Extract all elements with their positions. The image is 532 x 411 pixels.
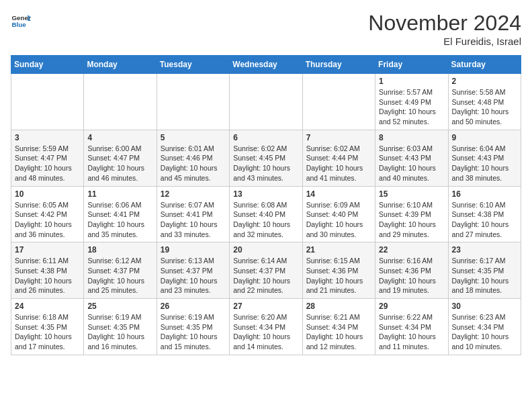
day-info: Sunrise: 6:09 AMSunset: 4:40 PMDaylight:… (306, 200, 371, 240)
day-number: 9 (452, 133, 517, 142)
calendar-day-cell: 7Sunrise: 6:02 AMSunset: 4:44 PMDaylight… (302, 130, 375, 186)
title-section: November 2024 El Fureidis, Israel (368, 11, 521, 47)
day-number: 30 (452, 302, 517, 311)
calendar-week-row: 17Sunrise: 6:11 AMSunset: 4:38 PMDayligh… (11, 242, 521, 299)
day-info: Sunrise: 6:11 AMSunset: 4:38 PMDaylight:… (15, 256, 80, 295)
calendar-day-cell: 2Sunrise: 5:58 AMSunset: 4:48 PMDaylight… (448, 74, 521, 130)
calendar-day-cell: 25Sunrise: 6:19 AMSunset: 4:35 PMDayligh… (84, 299, 157, 355)
calendar-day-cell: 10Sunrise: 6:05 AMSunset: 4:42 PMDayligh… (11, 186, 84, 242)
day-number: 22 (379, 245, 444, 255)
calendar-day-cell: 26Sunrise: 6:19 AMSunset: 4:35 PMDayligh… (157, 299, 229, 355)
calendar-day-cell (11, 74, 84, 130)
calendar-day-cell: 8Sunrise: 6:03 AMSunset: 4:43 PMDaylight… (375, 130, 448, 186)
calendar-day-cell: 11Sunrise: 6:06 AMSunset: 4:41 PMDayligh… (84, 186, 157, 242)
day-number: 10 (15, 189, 80, 199)
calendar-day-cell: 16Sunrise: 6:10 AMSunset: 4:38 PMDayligh… (448, 186, 521, 242)
day-number: 29 (379, 302, 444, 311)
calendar-day-cell: 1Sunrise: 5:57 AMSunset: 4:49 PMDaylight… (375, 74, 448, 130)
day-info: Sunrise: 6:19 AMSunset: 4:35 PMDaylight:… (87, 312, 152, 352)
page-header: General Blue November 2024 El Fureidis, … (11, 11, 521, 47)
day-info: Sunrise: 6:00 AMSunset: 4:47 PMDaylight:… (87, 144, 152, 183)
calendar-day-cell: 22Sunrise: 6:16 AMSunset: 4:36 PMDayligh… (375, 242, 448, 299)
day-number: 20 (233, 245, 298, 255)
day-info: Sunrise: 6:19 AMSunset: 4:35 PMDaylight:… (161, 312, 226, 352)
day-number: 28 (306, 302, 371, 311)
day-number: 3 (15, 133, 80, 142)
day-info: Sunrise: 6:20 AMSunset: 4:34 PMDaylight:… (233, 312, 298, 352)
day-info: Sunrise: 6:08 AMSunset: 4:40 PMDaylight:… (233, 200, 298, 240)
day-info: Sunrise: 6:23 AMSunset: 4:34 PMDaylight:… (452, 312, 517, 352)
logo: General Blue (11, 11, 31, 31)
calendar-day-cell: 6Sunrise: 6:02 AMSunset: 4:45 PMDaylight… (230, 130, 302, 186)
day-info: Sunrise: 6:07 AMSunset: 4:41 PMDaylight:… (161, 200, 226, 240)
day-number: 1 (379, 77, 444, 86)
calendar-week-row: 24Sunrise: 6:18 AMSunset: 4:35 PMDayligh… (11, 299, 521, 355)
day-info: Sunrise: 6:16 AMSunset: 4:36 PMDaylight:… (379, 256, 444, 295)
day-number: 23 (452, 245, 517, 255)
day-number: 15 (379, 189, 444, 199)
day-info: Sunrise: 6:17 AMSunset: 4:35 PMDaylight:… (452, 256, 517, 295)
calendar-day-cell (302, 74, 375, 130)
day-info: Sunrise: 6:12 AMSunset: 4:37 PMDaylight:… (87, 256, 152, 295)
day-number: 16 (452, 189, 517, 199)
month-year-title: November 2024 (368, 11, 521, 36)
weekday-header-row: SundayMondayTuesdayWednesdayThursdayFrid… (11, 56, 521, 74)
calendar-table: SundayMondayTuesdayWednesdayThursdayFrid… (11, 55, 521, 355)
calendar-week-row: 1Sunrise: 5:57 AMSunset: 4:49 PMDaylight… (11, 74, 521, 130)
day-number: 21 (306, 245, 371, 255)
day-number: 5 (161, 133, 226, 142)
day-number: 13 (233, 189, 298, 199)
day-info: Sunrise: 6:02 AMSunset: 4:45 PMDaylight:… (233, 144, 298, 183)
day-number: 2 (452, 77, 517, 86)
day-info: Sunrise: 6:14 AMSunset: 4:37 PMDaylight:… (233, 256, 298, 295)
calendar-day-cell: 20Sunrise: 6:14 AMSunset: 4:37 PMDayligh… (230, 242, 302, 299)
day-number: 8 (379, 133, 444, 142)
day-number: 14 (306, 189, 371, 199)
day-info: Sunrise: 6:01 AMSunset: 4:46 PMDaylight:… (161, 144, 226, 183)
logo-icon: General Blue (11, 11, 31, 31)
calendar-day-cell: 14Sunrise: 6:09 AMSunset: 4:40 PMDayligh… (302, 186, 375, 242)
day-number: 11 (87, 189, 152, 199)
calendar-day-cell: 28Sunrise: 6:21 AMSunset: 4:34 PMDayligh… (302, 299, 375, 355)
weekday-header: Sunday (11, 56, 84, 74)
calendar-day-cell: 29Sunrise: 6:22 AMSunset: 4:34 PMDayligh… (375, 299, 448, 355)
day-info: Sunrise: 6:13 AMSunset: 4:37 PMDaylight:… (161, 256, 226, 295)
day-info: Sunrise: 6:06 AMSunset: 4:41 PMDaylight:… (87, 200, 152, 240)
day-info: Sunrise: 5:57 AMSunset: 4:49 PMDaylight:… (379, 87, 444, 127)
location-label: El Fureidis, Israel (368, 36, 521, 47)
weekday-header: Monday (84, 56, 157, 74)
day-number: 19 (161, 245, 226, 255)
weekday-header: Thursday (302, 56, 375, 74)
calendar-day-cell: 12Sunrise: 6:07 AMSunset: 4:41 PMDayligh… (157, 186, 229, 242)
calendar-day-cell (157, 74, 229, 130)
day-info: Sunrise: 6:21 AMSunset: 4:34 PMDaylight:… (306, 312, 371, 352)
calendar-day-cell: 4Sunrise: 6:00 AMSunset: 4:47 PMDaylight… (84, 130, 157, 186)
calendar-week-row: 3Sunrise: 5:59 AMSunset: 4:47 PMDaylight… (11, 130, 521, 186)
svg-text:Blue: Blue (12, 21, 27, 28)
day-info: Sunrise: 5:59 AMSunset: 4:47 PMDaylight:… (15, 144, 80, 183)
weekday-header: Wednesday (230, 56, 302, 74)
day-info: Sunrise: 6:10 AMSunset: 4:38 PMDaylight:… (452, 200, 517, 240)
day-number: 26 (161, 302, 226, 311)
calendar-day-cell: 18Sunrise: 6:12 AMSunset: 4:37 PMDayligh… (84, 242, 157, 299)
weekday-header: Saturday (448, 56, 521, 74)
day-info: Sunrise: 6:05 AMSunset: 4:42 PMDaylight:… (15, 200, 80, 240)
day-number: 17 (15, 245, 80, 255)
day-number: 27 (233, 302, 298, 311)
calendar-day-cell (230, 74, 302, 130)
day-info: Sunrise: 6:22 AMSunset: 4:34 PMDaylight:… (379, 312, 444, 352)
calendar-day-cell: 15Sunrise: 6:10 AMSunset: 4:39 PMDayligh… (375, 186, 448, 242)
calendar-day-cell: 23Sunrise: 6:17 AMSunset: 4:35 PMDayligh… (448, 242, 521, 299)
day-info: Sunrise: 6:04 AMSunset: 4:43 PMDaylight:… (452, 144, 517, 183)
calendar-day-cell: 21Sunrise: 6:15 AMSunset: 4:36 PMDayligh… (302, 242, 375, 299)
calendar-day-cell: 3Sunrise: 5:59 AMSunset: 4:47 PMDaylight… (11, 130, 84, 186)
calendar-day-cell: 24Sunrise: 6:18 AMSunset: 4:35 PMDayligh… (11, 299, 84, 355)
calendar-day-cell: 9Sunrise: 6:04 AMSunset: 4:43 PMDaylight… (448, 130, 521, 186)
day-number: 24 (15, 302, 80, 311)
calendar-day-cell (84, 74, 157, 130)
day-info: Sunrise: 5:58 AMSunset: 4:48 PMDaylight:… (452, 87, 517, 127)
day-number: 7 (306, 133, 371, 142)
calendar-day-cell: 30Sunrise: 6:23 AMSunset: 4:34 PMDayligh… (448, 299, 521, 355)
day-info: Sunrise: 6:03 AMSunset: 4:43 PMDaylight:… (379, 144, 444, 183)
day-number: 6 (233, 133, 298, 142)
